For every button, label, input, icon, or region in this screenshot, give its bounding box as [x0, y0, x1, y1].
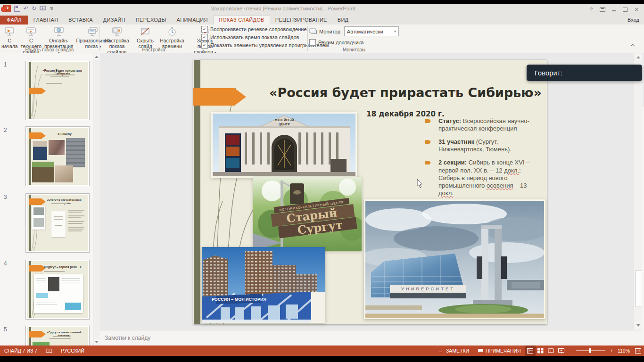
thumbnail-slide: «Россия Будет прирастать Сибирью» [27, 62, 88, 119]
slide-title[interactable]: «Россия будет прирастать Сибирью» [269, 85, 542, 100]
speaking-label: Говорит: [535, 69, 562, 77]
monitor-label: Монитор: [319, 29, 342, 34]
scroll-down-button[interactable] [636, 322, 641, 329]
comments-toggle-button[interactable]: ПРИМЕЧАНИЯ [473, 346, 525, 356]
bullet-item[interactable]: 31 участник (Сургут, Нижневартовск, Тюме… [425, 138, 543, 153]
checkbox-presenter-mode[interactable]: Режим докладчика [309, 39, 399, 46]
collapse-ribbon-button[interactable] [630, 43, 636, 47]
zoom-slider-thumb[interactable] [589, 348, 591, 353]
thumbnail-slide: «Сургут – горная река…» [27, 261, 88, 318]
thumbnail-number: 1 [4, 61, 7, 68]
tab-insert[interactable]: ВСТАВКА [63, 16, 98, 25]
thumbnail-photo [32, 206, 45, 230]
notes-placeholder: Заметки к слайду [105, 335, 150, 341]
university-photo[interactable]: УНИВЕРСИТЕТ [364, 199, 545, 319]
old-surgut-sign-photo[interactable]: ИСТОРИКО-КУЛЬТУРНЫЙ ЦЕНТР Старый Сургут [253, 177, 362, 251]
group-separator [307, 26, 308, 51]
redo-icon[interactable]: ↻ [32, 6, 36, 11]
customize-qat-icon[interactable] [50, 7, 54, 11]
slideshow-view-button[interactable] [556, 346, 567, 356]
start-slideshow-icon[interactable] [40, 6, 46, 11]
bullet-item[interactable]: Статус: Всероссийская научно-практическа… [425, 117, 543, 132]
notes-toggle-button[interactable]: ЗАМЕТКИ [434, 346, 473, 356]
thumbnail-number: 5 [4, 326, 7, 333]
slide-thumbnail-4[interactable]: «Сургут – горная река…» [25, 260, 90, 320]
group-monitors: Монитор: Автоматически ▾ Режим докладчик… [309, 25, 399, 53]
letterbox-bottom [0, 356, 644, 362]
svg-text:МУЗЕЙНЫЙ: МУЗЕЙНЫЙ [274, 118, 294, 122]
tab-view[interactable]: ВИД [332, 16, 354, 25]
tab-slideshow[interactable]: ПОКАЗ СЛАЙДОВ [213, 16, 270, 25]
ribbon-display-options-button[interactable] [597, 4, 608, 15]
slide-thumbnail-2[interactable]: К началу [25, 126, 90, 186]
play-from-start-icon [4, 26, 15, 37]
ribbon-tab-row: ФАЙЛ ГЛАВНАЯ ВСТАВКА ДИЗАЙН ПЕРЕХОДЫ АНИ… [0, 16, 644, 25]
checkbox-box [309, 39, 316, 46]
scroll-up-button[interactable] [636, 54, 641, 60]
scroll-up-button[interactable] [94, 54, 99, 60]
zoom-slider[interactable] [576, 350, 605, 351]
sign-in-link[interactable]: Вход [627, 17, 639, 23]
language-indicator[interactable]: РУССКИЙ [57, 346, 89, 356]
play-from-current-icon [25, 26, 37, 37]
group-label: Мониторы [309, 47, 399, 52]
online-presentation-icon [53, 26, 65, 37]
hide-slide-button[interactable]: Скрыть слайд [133, 25, 157, 50]
reading-view-button[interactable] [546, 346, 556, 356]
scrollbar-thumb[interactable] [635, 271, 642, 306]
museum-center-photo[interactable]: МУЗЕЙНЫЙ ЦЕНТР [211, 112, 357, 178]
restore-button[interactable] [619, 4, 631, 15]
thumbnail-slide: «Сургут в отечественной истории» [27, 195, 88, 251]
thumbnail-photo [33, 141, 47, 160]
thumbnail-photo [51, 211, 66, 237]
powerpoint-logo-icon[interactable]: P [3, 5, 11, 12]
checkbox-label: Использовать время показа слайдов [210, 34, 299, 40]
normal-view-button[interactable] [525, 346, 536, 356]
hide-slide-icon [140, 26, 151, 37]
bullet-item[interactable]: 2 секции: Сибирь в конце XVI – первой по… [425, 159, 543, 197]
tab-animations[interactable]: АНИМАЦИЯ [172, 16, 213, 25]
thumbnail-title: К началу [46, 132, 83, 136]
slide-sorter-view-button[interactable] [536, 346, 546, 356]
screen-frame: P ↶ ↻ Захаровские чтения [Режим совмести… [0, 0, 644, 362]
window-edge [642, 107, 644, 362]
slide-thumbnail-1[interactable]: «Россия Будет прирастать Сибирью» [25, 61, 90, 120]
rehearse-timings-icon [166, 26, 178, 37]
tab-design[interactable]: ДИЗАЙН [98, 16, 131, 25]
thumbnail-panel-scrollbar[interactable] [93, 53, 100, 356]
close-button[interactable]: ✕ [631, 4, 642, 15]
slide-canvas[interactable]: «Россия будет прирастать Сибирью» 18 дек… [193, 60, 547, 324]
vertical-scrollbar[interactable] [634, 53, 643, 356]
group-setup: Настройка показа слайдов Скрыть слайд На… [100, 25, 306, 53]
help-button[interactable]: ? [586, 4, 597, 15]
slide-thumbnail-3[interactable]: «Сургут в отечественной истории» [25, 193, 90, 253]
history-park-photo[interactable]: РОССИЯ – МОЯ ИСТОРИЯ [202, 247, 325, 323]
save-icon[interactable] [14, 6, 20, 12]
monitor-icon [309, 28, 317, 35]
quick-access-toolbar: P ↶ ↻ [3, 5, 54, 12]
undo-icon[interactable]: ↶ [24, 6, 28, 11]
minimize-button[interactable] [608, 4, 619, 15]
tab-file[interactable]: ФАЙЛ [0, 16, 28, 25]
zoom-out-button[interactable]: − [567, 346, 573, 356]
monitor-dropdown[interactable]: Автоматически ▾ [344, 26, 399, 36]
tab-transitions[interactable]: ПЕРЕХОДЫ [131, 16, 172, 25]
main-area: 1 «Россия Будет прирастать Сибирью» 2 [0, 53, 644, 330]
thumbnail-number: 3 [4, 194, 7, 200]
rehearse-timings-button[interactable]: Настройка времени [157, 25, 187, 50]
tab-review[interactable]: РЕЦЕНЗИРОВАНИЕ [270, 16, 332, 25]
spell-check-icon[interactable] [41, 346, 57, 356]
zoom-in-button[interactable]: + [608, 346, 615, 356]
tab-home[interactable]: ГЛАВНАЯ [28, 16, 64, 25]
scroll-down-button[interactable] [94, 339, 99, 345]
button-label: Онлайн-презентация ▾ [44, 38, 74, 55]
slide-indicator: СЛАЙД 7 ИЗ 7 [0, 346, 41, 356]
svg-text:УНИВЕРСИТЕТ: УНИВЕРСИТЕТ [401, 286, 455, 291]
group-separator [99, 26, 100, 51]
bullet-marker-icon [425, 161, 431, 165]
thumbnail-number: 2 [4, 127, 7, 133]
fit-slide-to-window-button[interactable] [633, 346, 643, 356]
notes-panel[interactable]: Заметки к слайду [99, 330, 642, 346]
from-beginning-button[interactable]: С начала [0, 25, 19, 50]
zoom-level[interactable]: 110% [615, 346, 633, 356]
